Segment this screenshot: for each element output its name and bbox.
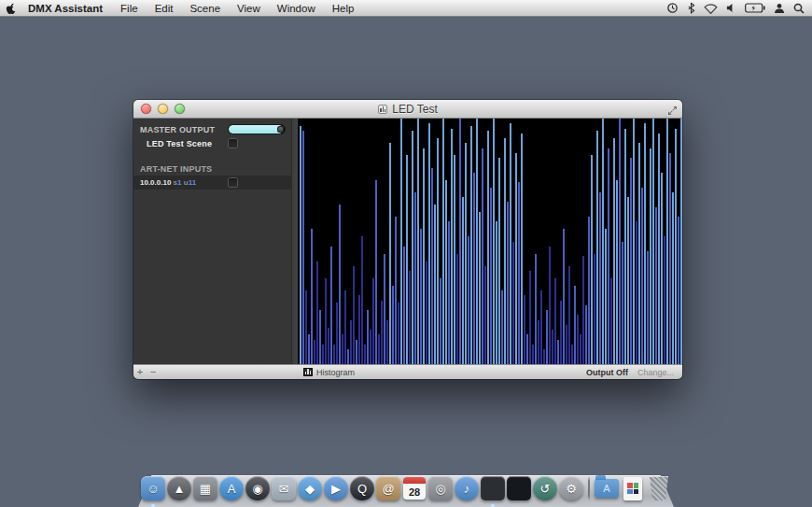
menu-view[interactable]: View: [229, 3, 269, 14]
led-test-window: LED Test MASTER OUTPUT LED Test Scene AR…: [133, 100, 682, 379]
bluetooth-icon[interactable]: [687, 2, 695, 14]
histogram-bar: [504, 138, 506, 364]
menu-scene[interactable]: Scene: [181, 3, 229, 14]
active-app-name[interactable]: DMX Assistant: [28, 3, 103, 14]
output-status-label: Output Off: [586, 368, 628, 377]
histogram-bar: [311, 229, 313, 364]
dock-trash-icon[interactable]: [647, 474, 672, 502]
histogram-bar: [554, 278, 556, 364]
battery-icon[interactable]: [745, 3, 765, 13]
dock-displays-icon[interactable]: [507, 474, 532, 502]
view-mode-button[interactable]: Histogram: [303, 368, 355, 377]
histogram-bar: [650, 148, 651, 364]
histogram-bar: [423, 148, 425, 364]
histogram-bar: [602, 119, 604, 364]
histogram-bar: [392, 286, 394, 364]
dock-calendar-icon[interactable]: 28: [402, 474, 427, 502]
dock-dmx-assistant-icon[interactable]: [481, 474, 506, 502]
artnet-input-row[interactable]: 10.0.0.10 s1 u11: [133, 176, 291, 190]
histogram-bar: [524, 295, 525, 364]
dock-mission-control-icon[interactable]: ▦: [193, 474, 218, 502]
spotlight-icon[interactable]: [793, 3, 805, 14]
window-title: LED Test: [392, 103, 437, 116]
dock-launchpad-icon[interactable]: ▲: [167, 474, 192, 502]
document-proxy-icon[interactable]: [378, 105, 387, 114]
histogram-bar: [445, 180, 447, 364]
scene-row[interactable]: LED Test Scene: [133, 136, 291, 150]
menu-file[interactable]: File: [112, 3, 147, 14]
menu-edit[interactable]: Edit: [147, 3, 182, 14]
scene-checkbox[interactable]: [228, 138, 238, 148]
sidebar-scrollbar[interactable]: [291, 119, 298, 364]
dock-facetime-icon[interactable]: ▶: [324, 474, 349, 502]
histogram-bar: [680, 119, 682, 364]
dock-applications-folder-icon[interactable]: A: [595, 474, 620, 502]
zoom-button[interactable]: [175, 104, 185, 114]
histogram-bar: [468, 236, 469, 364]
fullscreen-icon[interactable]: [667, 103, 678, 120]
histogram-bar: [434, 204, 436, 364]
histogram-bar: [328, 328, 329, 364]
histogram-bar: [364, 345, 366, 364]
histogram-bar: [448, 221, 450, 364]
close-button[interactable]: [141, 104, 151, 114]
master-output-slider[interactable]: [228, 124, 286, 134]
user-icon[interactable]: [774, 3, 785, 14]
histogram-bar: [367, 310, 369, 364]
dock-time-machine-icon[interactable]: ↺: [533, 474, 558, 502]
histogram-bar: [538, 320, 539, 364]
histogram-bar: [398, 303, 399, 364]
histogram-bar: [666, 119, 668, 364]
histogram-bar: [459, 119, 461, 364]
histogram-bar: [535, 254, 537, 364]
histogram-bar: [526, 334, 528, 364]
dock-app-store-icon[interactable]: A: [219, 474, 245, 502]
histogram-bar: [484, 266, 486, 364]
histogram-bar: [658, 134, 660, 364]
histogram-bar: [613, 138, 615, 364]
apple-menu-icon[interactable]: [0, 2, 22, 15]
histogram-bar: [510, 123, 511, 364]
minimize-button[interactable]: [158, 104, 168, 114]
histogram-bar: [454, 155, 455, 364]
histogram-bar: [501, 290, 503, 364]
histogram-bar: [655, 207, 657, 364]
dock-contacts-icon[interactable]: @: [376, 474, 401, 502]
histogram-bar: [493, 119, 495, 364]
dock-system-preferences-icon[interactable]: ⚙: [559, 474, 584, 502]
histogram-bar: [496, 221, 497, 364]
master-output-row: MASTER OUTPUT: [133, 122, 291, 136]
dock-quicktime-icon[interactable]: Q: [350, 474, 375, 502]
time-machine-icon[interactable]: [666, 2, 679, 14]
dock-safari-icon[interactable]: ◆: [298, 474, 323, 502]
histogram-bar: [381, 301, 383, 364]
histogram-bar: [375, 180, 377, 364]
histogram-bar: [456, 254, 458, 364]
add-button[interactable]: +: [133, 366, 147, 378]
dock-dashboard-icon[interactable]: ◉: [245, 474, 271, 502]
histogram-bar: [582, 256, 584, 364]
volume-icon[interactable]: [726, 3, 736, 13]
histogram-bar: [319, 310, 321, 364]
remove-button[interactable]: −: [147, 366, 160, 378]
dock-mail-icon[interactable]: ✉: [272, 474, 297, 502]
artnet-checkbox[interactable]: [228, 177, 238, 188]
menu-help[interactable]: Help: [324, 3, 363, 14]
histogram-bar: [350, 320, 352, 364]
histogram-bar: [395, 217, 397, 364]
change-output-button[interactable]: Change...: [637, 368, 674, 377]
dock-itunes-icon[interactable]: ♪: [455, 474, 480, 502]
master-output-knob[interactable]: [277, 126, 284, 133]
dock-photo-booth-icon[interactable]: ◎: [428, 474, 454, 502]
window-titlebar[interactable]: LED Test: [133, 100, 682, 119]
menu-window[interactable]: Window: [269, 3, 324, 14]
dock-finder-icon[interactable]: ☺: [141, 474, 166, 502]
dock-documents-icon[interactable]: [621, 474, 646, 502]
histogram-bar: [540, 290, 542, 364]
histogram-bar: [428, 123, 430, 364]
histogram-bar: [353, 266, 355, 364]
histogram-bar: [482, 148, 483, 364]
histogram-bar: [412, 131, 413, 364]
histogram-bar: [473, 173, 475, 364]
airport-icon[interactable]: [704, 3, 718, 14]
